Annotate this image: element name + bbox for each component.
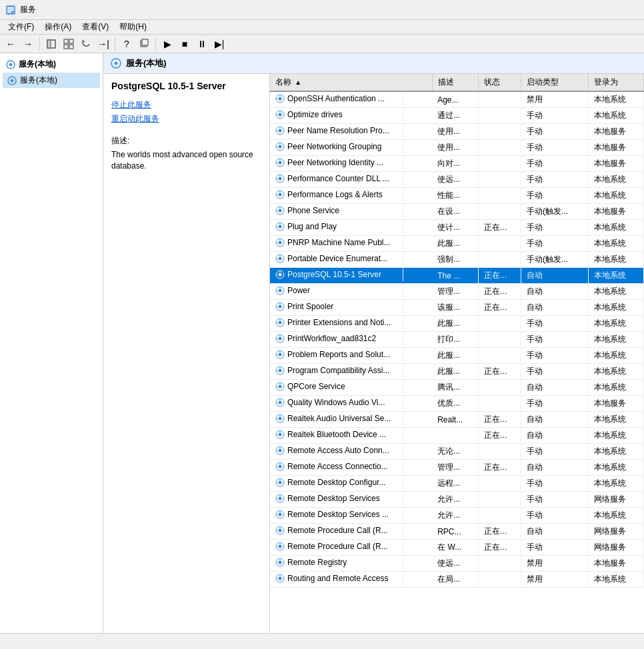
services-table: 名称 ▲ 描述 状态 启动类型 登录为 OpenSSH Authent	[270, 74, 644, 588]
cell-status: 正在...	[479, 524, 521, 540]
cell-status	[479, 556, 521, 572]
menu-help[interactable]: 帮助(H)	[114, 20, 152, 34]
stop-button[interactable]: ■	[177, 36, 193, 52]
table-row[interactable]: Program Compatibility Assi...此服...正在...手…	[270, 364, 644, 380]
cell-start: 禁用	[521, 572, 589, 588]
new-window-button[interactable]	[136, 36, 152, 52]
service-icon	[275, 190, 285, 199]
service-icon	[275, 142, 285, 151]
cell-status	[479, 172, 521, 188]
cell-start: 手动	[521, 540, 589, 556]
play-button[interactable]: ▶	[159, 36, 175, 52]
service-name: Remote Access Connectio...	[287, 462, 388, 471]
table-row[interactable]: OpenSSH Authentication ...Age...禁用本地系统	[270, 91, 644, 108]
restart-service-link[interactable]: 重启动此服务	[111, 113, 261, 125]
cell-desc: Age...	[432, 91, 479, 108]
table-row[interactable]: Realtek Audio Universal Se...Realt...正在.…	[270, 412, 644, 428]
menu-action[interactable]: 操作(A)	[39, 20, 77, 34]
cell-status	[479, 380, 521, 396]
cell-start: 手动	[521, 108, 589, 124]
table-row[interactable]: Peer Networking Grouping使用...手动本地服务	[270, 140, 644, 156]
service-name: Remote Access Auto Conn...	[287, 446, 389, 455]
services-table-container[interactable]: 名称 ▲ 描述 状态 启动类型 登录为 OpenSSH Authent	[270, 74, 644, 633]
service-icon	[275, 478, 285, 487]
table-row[interactable]: Remote Registry使远...禁用本地服务	[270, 556, 644, 572]
col-login[interactable]: 登录为	[588, 74, 643, 91]
left-panel: 服务(本地) 服务(本地)	[0, 53, 103, 633]
help-button[interactable]: ?	[119, 36, 135, 52]
service-icon	[275, 254, 285, 263]
table-row[interactable]: PrintWorkflow_aad831c2打印...手动本地系统	[270, 332, 644, 348]
export-button[interactable]: →|	[95, 36, 111, 52]
service-name: Peer Name Resolution Pro...	[287, 126, 389, 135]
table-row[interactable]: Remote Procedure Call (R...在 W...正在...手动…	[270, 540, 644, 556]
table-row[interactable]: Remote Access Auto Conn...无论...手动本地系统	[270, 444, 644, 460]
pause-button[interactable]: ⏸	[194, 36, 210, 52]
table-row[interactable]: Remote Procedure Call (R...RPC...正在...自动…	[270, 524, 644, 540]
back-button[interactable]: ←	[3, 36, 19, 52]
cell-login: 本地系统	[588, 508, 643, 524]
table-row[interactable]: Remote Desktop Services允许...手动网络服务	[270, 492, 644, 508]
table-row[interactable]: Remote Desktop Services ...允许...手动本地系统	[270, 508, 644, 524]
cell-name: Realtek Audio Universal Se...	[270, 412, 403, 425]
cell-start: 自动	[521, 460, 589, 476]
table-row[interactable]: Performance Counter DLL ...使远...手动本地系统	[270, 172, 644, 188]
cell-login: 本地系统	[588, 364, 643, 380]
show-hide-button[interactable]	[43, 36, 59, 52]
table-row[interactable]: QPCore Service腾讯...自动本地系统	[270, 380, 644, 396]
table-row[interactable]: Phone Service在设...手动(触发...本地服务	[270, 204, 644, 220]
service-icon	[275, 110, 285, 119]
cell-desc: 性能...	[432, 188, 479, 204]
table-row[interactable]: Power管理...正在...自动本地系统	[270, 284, 644, 300]
cell-start: 自动	[521, 268, 589, 284]
table-row[interactable]: Routing and Remote Access在局...禁用本地系统	[270, 572, 644, 588]
table-row[interactable]: Quality Windows Audio Vi...优质...手动本地服务	[270, 396, 644, 412]
service-name: Phone Service	[287, 206, 339, 215]
table-row[interactable]: Performance Logs & Alerts性能...手动本地系统	[270, 188, 644, 204]
cell-name: Remote Desktop Services	[270, 492, 403, 505]
cell-start: 手动(触发...	[521, 252, 589, 268]
table-row[interactable]: Peer Networking Identity ...向对...手动本地服务	[270, 156, 644, 172]
service-name: Remote Procedure Call (R...	[287, 542, 388, 551]
service-name: Realtek Audio Universal Se...	[287, 414, 391, 423]
service-name: Remote Registry	[287, 558, 347, 567]
cell-start: 自动	[521, 412, 589, 428]
cell-status	[479, 188, 521, 204]
table-row[interactable]: Peer Name Resolution Pro...使用...手动本地服务	[270, 124, 644, 140]
title-bar: 服务	[0, 0, 644, 20]
col-name[interactable]: 名称 ▲	[270, 74, 432, 91]
table-row[interactable]: Realtek Bluetooth Device ...正在...自动本地系统	[270, 428, 644, 444]
refresh-button[interactable]	[78, 36, 94, 52]
tree-item-local[interactable]: 服务(本地)	[3, 73, 100, 88]
menu-view[interactable]: 查看(V)	[77, 20, 114, 34]
cell-status	[479, 204, 521, 220]
cell-status	[479, 332, 521, 348]
table-row[interactable]: Optimize drives通过...手动本地系统	[270, 108, 644, 124]
table-row[interactable]: Portable Device Enumerat...强制...手动(触发...…	[270, 252, 644, 268]
cell-login: 本地系统	[588, 332, 643, 348]
table-row[interactable]: Plug and Play使计...正在...手动本地系统	[270, 220, 644, 236]
menu-file[interactable]: 文件(F)	[3, 20, 39, 34]
col-status[interactable]: 状态	[479, 74, 521, 91]
cell-status: 正在...	[479, 220, 521, 236]
table-row[interactable]: Print Spooler该服...正在...自动本地系统	[270, 300, 644, 316]
table-row[interactable]: Problem Reports and Solut...此服...手动本地系统	[270, 348, 644, 364]
col-start[interactable]: 启动类型	[521, 74, 589, 91]
sort-arrow: ▲	[295, 79, 301, 86]
table-row[interactable]: PostgreSQL 10.5-1 ServerThe ...正在...自动本地…	[270, 268, 644, 284]
cell-login: 网络服务	[588, 492, 643, 508]
col-desc[interactable]: 描述	[432, 74, 479, 91]
grid-button[interactable]	[61, 36, 77, 52]
cell-name: Plug and Play	[270, 220, 403, 233]
cell-name: Peer Networking Grouping	[270, 140, 403, 153]
restart-button[interactable]: ▶|	[211, 36, 227, 52]
cell-desc: 管理...	[432, 460, 479, 476]
cell-status	[479, 108, 521, 124]
table-row[interactable]: Remote Access Connectio...管理...正在...自动本地…	[270, 460, 644, 476]
table-row[interactable]: Remote Desktop Configur...远程...手动本地系统	[270, 476, 644, 492]
stop-service-link[interactable]: 停止此服务	[111, 99, 261, 111]
cell-name: Phone Service	[270, 204, 403, 217]
forward-button[interactable]: →	[20, 36, 36, 52]
table-row[interactable]: PNRP Machine Name Publ...此服...手动本地系统	[270, 236, 644, 252]
table-row[interactable]: Printer Extensions and Noti...此服...手动本地系…	[270, 316, 644, 332]
